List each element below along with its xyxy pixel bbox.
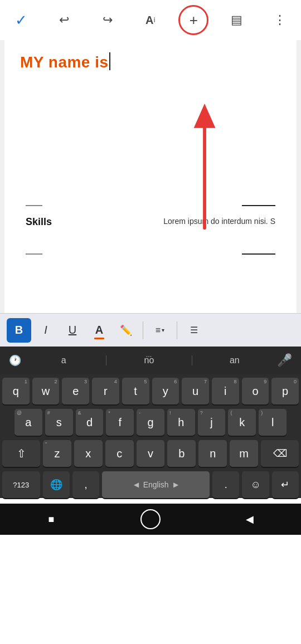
key-w[interactable]: 2w xyxy=(32,378,60,404)
key-t[interactable]: 5t xyxy=(122,378,149,404)
enter-key[interactable]: ↵ xyxy=(272,471,299,498)
key-z[interactable]: "z xyxy=(43,440,71,467)
comma-key[interactable]: , xyxy=(72,471,99,498)
key-o[interactable]: 9o xyxy=(242,378,269,404)
bottom-right-divider xyxy=(242,253,275,255)
key-l[interactable]: )l xyxy=(259,409,287,436)
numbers-key[interactable]: ?123 xyxy=(2,471,40,498)
key-x[interactable]: x xyxy=(74,440,103,467)
skills-row: Skills Lorem ipsum do interdum nisi. S xyxy=(26,216,275,228)
svg-marker-1 xyxy=(194,104,216,128)
bottom-nav: ■ ◀ xyxy=(0,504,301,535)
mic-icon[interactable]: 🎤 xyxy=(277,353,292,368)
toolbar-separator-2 xyxy=(177,321,177,339)
key-j[interactable]: ?j xyxy=(198,409,226,436)
key-d[interactable]: &d xyxy=(76,409,104,436)
more-button[interactable]: ⋮ xyxy=(268,8,292,32)
shift-key[interactable]: ⇧ xyxy=(2,440,40,467)
top-toolbar: ✓ ↩ ↪ Ai + ▤ ⋮ xyxy=(0,0,301,40)
suggestion-bar: 🕐 a no ••• an 🎤 xyxy=(0,347,301,374)
key-k[interactable]: (k xyxy=(228,409,256,436)
back-nav[interactable]: ◀ xyxy=(236,506,263,533)
keyboard-row-3: ⇧ "z x c v b n m ⌫ xyxy=(2,440,299,467)
font-button[interactable]: Ai xyxy=(138,8,163,32)
keyboard-row-1: 1q 2w 3e 4r 5t 6y 7u 8i 9o 0p xyxy=(2,378,299,404)
keyboard: 1q 2w 3e 4r 5t 6y 7u 8i 9o 0p @a #s &d *… xyxy=(0,374,301,498)
key-c[interactable]: c xyxy=(105,440,134,467)
list-button[interactable]: ☰ xyxy=(182,318,206,343)
document-main-text: MY name is xyxy=(20,53,109,71)
space-key[interactable]: ◀ English ▶ xyxy=(102,471,210,498)
font-color-button[interactable]: A xyxy=(87,318,111,343)
clock-icon: 🕐 xyxy=(9,354,21,367)
key-v[interactable]: v xyxy=(137,440,165,467)
emoji-key[interactable]: ☺ xyxy=(242,471,269,498)
check-button[interactable]: ✓ xyxy=(9,8,33,32)
right-divider xyxy=(242,205,275,206)
key-m[interactable]: m xyxy=(230,440,258,467)
bottom-left-divider xyxy=(26,253,42,255)
key-h[interactable]: !h xyxy=(167,409,195,436)
comment-button[interactable]: ▤ xyxy=(225,8,249,32)
plus-circle-highlight xyxy=(178,5,208,35)
key-u[interactable]: 7u xyxy=(182,378,209,404)
home-nav[interactable] xyxy=(140,509,161,529)
backspace-key[interactable]: ⌫ xyxy=(261,440,299,467)
key-q[interactable]: 1q xyxy=(2,378,30,404)
undo-button[interactable]: ↩ xyxy=(52,8,76,32)
key-g[interactable]: -g xyxy=(137,409,164,436)
key-i[interactable]: 8i xyxy=(212,378,239,404)
resume-dividers-row xyxy=(26,205,275,212)
key-s[interactable]: #s xyxy=(45,409,73,436)
suggestion-left[interactable]: a xyxy=(21,355,106,365)
doc-page[interactable]: MY name is Skills Lorem ipsum do interdu… xyxy=(4,40,297,313)
toolbar-separator-1 xyxy=(143,321,143,339)
highlight-button[interactable]: ✏️ xyxy=(114,318,138,343)
suggestion-right[interactable]: an xyxy=(192,355,277,365)
key-r[interactable]: 4r xyxy=(92,378,119,404)
italic-button[interactable]: I xyxy=(33,318,58,343)
document-area: MY name is Skills Lorem ipsum do interdu… xyxy=(0,40,301,313)
underline-button[interactable]: U xyxy=(60,318,85,343)
key-b[interactable]: b xyxy=(167,440,196,467)
key-y[interactable]: 6y xyxy=(152,378,179,404)
key-p[interactable]: 0p xyxy=(271,378,299,404)
keyboard-row-2: @a #s &d *f -g !h ?j (k )l xyxy=(2,409,299,436)
skills-label: Skills xyxy=(26,216,52,228)
bottom-resume-row xyxy=(26,245,275,260)
key-f[interactable]: *f xyxy=(106,409,134,436)
key-e[interactable]: 3e xyxy=(62,378,89,404)
bold-button[interactable]: B xyxy=(7,318,31,343)
square-nav[interactable]: ■ xyxy=(38,506,65,533)
align-button[interactable]: ≡ ▾ xyxy=(148,318,172,343)
keyboard-row-4: ?123 🌐 , ◀ English ▶ . ☺ ↵ xyxy=(2,471,299,498)
period-key[interactable]: . xyxy=(212,471,239,498)
key-n[interactable]: n xyxy=(198,440,227,467)
globe-key[interactable]: 🌐 xyxy=(43,471,70,498)
left-divider xyxy=(26,205,42,206)
arrow-annotation xyxy=(4,40,297,313)
redo-button[interactable]: ↪ xyxy=(95,8,120,32)
suggestion-middle[interactable]: no ••• xyxy=(106,355,192,365)
key-a[interactable]: @a xyxy=(14,409,42,436)
format-toolbar: B I U A ✏️ ≡ ▾ ☰ xyxy=(0,313,301,347)
insert-button[interactable]: + xyxy=(181,8,206,32)
lorem-text: Lorem ipsum do interdum nisi. S xyxy=(163,216,275,227)
color-underline xyxy=(94,338,104,339)
text-cursor xyxy=(109,52,110,70)
resume-section: Skills Lorem ipsum do interdum nisi. S xyxy=(20,205,281,260)
